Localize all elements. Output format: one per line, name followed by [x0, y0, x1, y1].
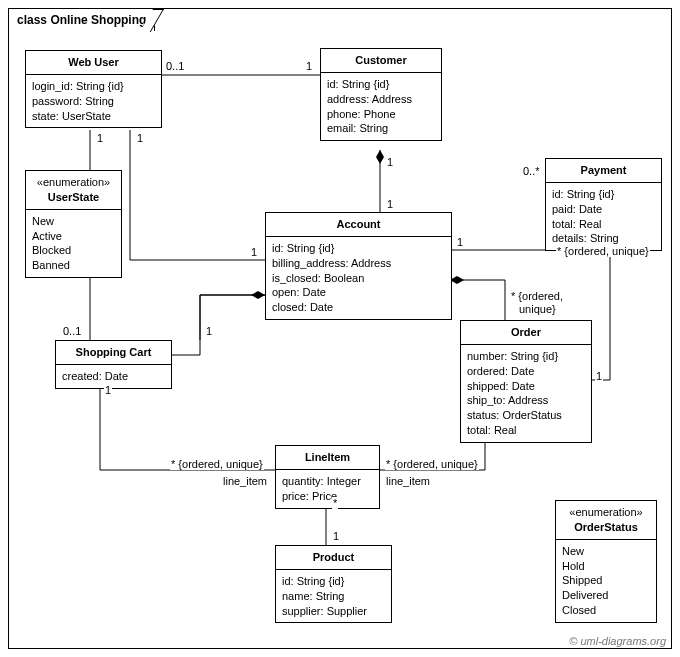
- uml-canvas: class Online Shopping: [0, 0, 680, 657]
- class-attrs: created: Date: [56, 365, 171, 388]
- mult-label: 1: [250, 246, 258, 258]
- class-payment: Payment id: String {id} paid: Date total…: [545, 158, 662, 251]
- attr: address: Address: [327, 92, 435, 107]
- attr: New: [32, 214, 115, 229]
- stereotype: «enumeration»: [32, 175, 115, 190]
- class-attrs: login_id: String {id} password: String s…: [26, 75, 161, 128]
- class-attrs: New Hold Shipped Delivered Closed: [556, 540, 656, 622]
- mult-label: 1: [305, 60, 313, 72]
- mult-label: 1: [96, 132, 104, 144]
- mult-label: 1: [104, 384, 112, 396]
- attr: email: String: [327, 121, 435, 136]
- class-web-user: Web User login_id: String {id} password:…: [25, 50, 162, 128]
- class-product: Product id: String {id} name: String sup…: [275, 545, 392, 623]
- enum-name: UserState: [48, 191, 99, 203]
- constraint-label: * {ordered,: [510, 290, 564, 302]
- attr: closed: Date: [272, 300, 445, 315]
- attr: ship_to: Address: [467, 393, 585, 408]
- attr: Blocked: [32, 243, 115, 258]
- mult-label: 1: [386, 156, 394, 168]
- role-label: line_item: [385, 475, 431, 487]
- attr: supplier: Supplier: [282, 604, 385, 619]
- constraint-label: unique}: [518, 303, 557, 315]
- class-attrs: id: String {id} name: String supplier: S…: [276, 570, 391, 623]
- attr: is_closed: Boolean: [272, 271, 445, 286]
- package-keyword: class: [17, 13, 47, 27]
- class-title: Product: [276, 546, 391, 570]
- attr: open: Date: [272, 285, 445, 300]
- attr: Hold: [562, 559, 650, 574]
- class-title: Shopping Cart: [56, 341, 171, 365]
- attr: Banned: [32, 258, 115, 273]
- class-title: «enumeration» OrderStatus: [556, 501, 656, 540]
- attr: ordered: Date: [467, 364, 585, 379]
- class-title: Order: [461, 321, 591, 345]
- class-customer: Customer id: String {id} address: Addres…: [320, 48, 442, 141]
- enum-order-status: «enumeration» OrderStatus New Hold Shipp…: [555, 500, 657, 623]
- class-attrs: quantity: Integer price: Price: [276, 470, 379, 508]
- mult-label: 1: [456, 236, 464, 248]
- class-line-item: LineItem quantity: Integer price: Price: [275, 445, 380, 509]
- mult-label: 1: [332, 530, 340, 542]
- attr: shipped: Date: [467, 379, 585, 394]
- class-title: Web User: [26, 51, 161, 75]
- attr: name: String: [282, 589, 385, 604]
- attr: New: [562, 544, 650, 559]
- mult-label: 1: [136, 132, 144, 144]
- stereotype: «enumeration»: [562, 505, 650, 520]
- class-attrs: id: String {id} billing_address: Address…: [266, 237, 451, 319]
- mult-label: 0..1: [165, 60, 185, 72]
- attr: id: String {id}: [282, 574, 385, 589]
- class-account: Account id: String {id} billing_address:…: [265, 212, 452, 320]
- class-attrs: id: String {id} paid: Date total: Real d…: [546, 183, 661, 250]
- attr: price: Price: [282, 489, 373, 504]
- constraint-label: * {ordered, unique}: [556, 245, 650, 257]
- class-attrs: id: String {id} address: Address phone: …: [321, 73, 441, 140]
- class-title: «enumeration» UserState: [26, 171, 121, 210]
- constraint-label: * {ordered, unique}: [170, 458, 264, 470]
- package-tab: class Online Shopping: [8, 8, 155, 31]
- attr: login_id: String {id}: [32, 79, 155, 94]
- mult-label: *: [332, 497, 338, 509]
- attr: id: String {id}: [552, 187, 655, 202]
- attr: Closed: [562, 603, 650, 618]
- package-name: Online Shopping: [50, 13, 146, 27]
- class-title: LineItem: [276, 446, 379, 470]
- constraint-label: * {ordered, unique}: [385, 458, 479, 470]
- mult-label: 1: [595, 370, 603, 382]
- attr: created: Date: [62, 369, 165, 384]
- attr: billing_address: Address: [272, 256, 445, 271]
- class-title: Account: [266, 213, 451, 237]
- mult-label: 0..1: [62, 325, 82, 337]
- class-attrs: number: String {id} ordered: Date shippe…: [461, 345, 591, 442]
- role-label: line_item: [222, 475, 268, 487]
- mult-label: 0..*: [522, 165, 541, 177]
- attr: Active: [32, 229, 115, 244]
- attr: id: String {id}: [327, 77, 435, 92]
- enum-user-state: «enumeration» UserState New Active Block…: [25, 170, 122, 278]
- attr: total: Real: [552, 217, 655, 232]
- credit-text: © uml-diagrams.org: [569, 635, 666, 647]
- attr: phone: Phone: [327, 107, 435, 122]
- attr: Shipped: [562, 573, 650, 588]
- attr: paid: Date: [552, 202, 655, 217]
- class-shopping-cart: Shopping Cart created: Date: [55, 340, 172, 389]
- mult-label: 1: [386, 198, 394, 210]
- enum-name: OrderStatus: [574, 521, 638, 533]
- attr: state: UserState: [32, 109, 155, 124]
- class-title: Payment: [546, 159, 661, 183]
- mult-label: 1: [205, 325, 213, 337]
- attr: number: String {id}: [467, 349, 585, 364]
- class-title: Customer: [321, 49, 441, 73]
- attr: password: String: [32, 94, 155, 109]
- attr: Delivered: [562, 588, 650, 603]
- attr: quantity: Integer: [282, 474, 373, 489]
- attr: status: OrderStatus: [467, 408, 585, 423]
- attr: id: String {id}: [272, 241, 445, 256]
- class-order: Order number: String {id} ordered: Date …: [460, 320, 592, 443]
- class-attrs: New Active Blocked Banned: [26, 210, 121, 277]
- attr: details: String: [552, 231, 655, 246]
- attr: total: Real: [467, 423, 585, 438]
